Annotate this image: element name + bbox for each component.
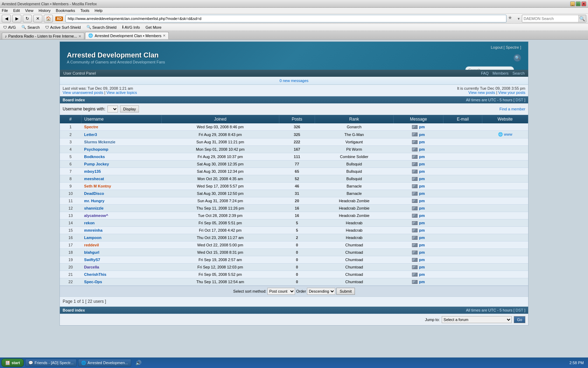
member-username-link[interactable]: rekon xyxy=(84,221,94,225)
find-member-link[interactable]: Find a member xyxy=(499,107,525,111)
pm-link[interactable]: pm xyxy=(419,162,425,166)
bookmark-avg-info[interactable]: ℹ AVG Info xyxy=(121,25,141,30)
pm-link[interactable]: pm xyxy=(419,184,425,188)
pm-link[interactable]: pm xyxy=(419,221,425,225)
header-search-button[interactable]: 🔍 xyxy=(513,54,521,62)
username-filter-select[interactable]: ABC xyxy=(107,105,118,113)
pm-link[interactable]: pm xyxy=(419,280,425,284)
member-username-link[interactable]: Seth M Kontny xyxy=(84,184,111,188)
go-button[interactable]: Go xyxy=(514,316,525,323)
members-link[interactable]: Members xyxy=(492,71,509,75)
menu-file[interactable]: File xyxy=(2,8,8,13)
bookmark-get-more[interactable]: Get More xyxy=(144,25,163,30)
dst-link[interactable]: DST xyxy=(516,98,523,102)
pm-link[interactable]: pm xyxy=(419,236,425,240)
start-button[interactable]: 🪟 start xyxy=(1,359,24,367)
sort-method-select[interactable]: Post count Username Joined date xyxy=(267,288,295,295)
member-username-link[interactable]: Bodknocks xyxy=(84,155,105,159)
faq-link[interactable]: FAQ xyxy=(481,71,489,75)
member-username-link[interactable]: meeshecat xyxy=(84,177,104,181)
pm-link[interactable]: pm xyxy=(419,147,425,151)
member-username-link[interactable]: Darcella xyxy=(84,265,99,269)
pm-link[interactable]: pm xyxy=(419,250,425,254)
bookmark-active-surf[interactable]: 🛡 Active Surf-Shield xyxy=(44,25,82,30)
forward-button[interactable]: ▶ xyxy=(12,15,21,22)
member-username-link[interactable]: blahgurl xyxy=(84,250,99,254)
pm-link[interactable]: pm xyxy=(419,206,425,210)
member-username-link[interactable]: shannizzle xyxy=(84,206,104,210)
member-username-link[interactable]: Pump Jockey xyxy=(84,162,109,166)
pm-link[interactable]: pm xyxy=(419,132,425,137)
member-username-link[interactable]: mboy135 xyxy=(84,169,101,173)
member-username-link[interactable]: SwiftyS7 xyxy=(84,258,100,262)
back-button[interactable]: ◀ xyxy=(2,15,11,22)
submit-button[interactable]: Submit xyxy=(336,288,355,295)
pm-link[interactable]: pm xyxy=(419,191,425,196)
tab-pandora[interactable]: ♪ Pandora Radio - Listen to Free Interne… xyxy=(2,33,84,39)
active-topics-link[interactable]: View active topics xyxy=(106,90,137,95)
home-button[interactable]: 🏠 xyxy=(44,15,53,22)
user-control-panel-link[interactable]: User Control Panel xyxy=(63,71,96,75)
member-username-link[interactable]: Spec-Ops xyxy=(84,280,102,284)
tab-arrested-dev[interactable]: 🌐 Arrested Development Clan • Members ✕ xyxy=(85,32,169,39)
pm-link[interactable]: pm xyxy=(419,199,425,203)
daemon-search-button[interactable]: 🔍 xyxy=(578,15,586,22)
close-button[interactable]: ✕ xyxy=(581,1,586,6)
search-link[interactable]: Search xyxy=(512,71,525,75)
pm-link[interactable]: pm xyxy=(419,140,425,144)
stop-button[interactable]: ✕ xyxy=(33,15,42,22)
member-username-link[interactable]: Spectre xyxy=(84,125,98,129)
footer-dst-link[interactable]: DST xyxy=(516,308,523,312)
taskbar-network-icon[interactable]: 🔊 xyxy=(135,360,141,366)
www-icon[interactable]: 🌐 www xyxy=(498,132,512,136)
bookmark-star[interactable]: ★ xyxy=(508,15,516,22)
menu-edit[interactable]: Edit xyxy=(13,8,20,13)
menu-help[interactable]: Help xyxy=(94,8,103,13)
member-username-link[interactable]: Psychopomp xyxy=(84,147,108,151)
unanswered-posts-link[interactable]: View unanswered posts xyxy=(63,90,103,95)
tab-ad-close[interactable]: ✕ xyxy=(163,34,166,38)
pm-link[interactable]: pm xyxy=(419,265,425,269)
member-username-link[interactable]: Letter3 xyxy=(84,132,97,137)
maximize-button[interactable]: □ xyxy=(576,1,581,6)
member-username-link[interactable]: Slurms Mckenzie xyxy=(84,140,115,144)
address-bar[interactable] xyxy=(65,15,506,22)
member-username-link[interactable]: mr. Hungry xyxy=(84,199,104,203)
menu-history[interactable]: History xyxy=(38,8,50,13)
pm-link[interactable]: pm xyxy=(419,258,425,262)
bookmark-search-shield[interactable]: 🔍 Search-Shield xyxy=(85,25,118,30)
menu-view[interactable]: View xyxy=(25,8,34,13)
new-posts-link[interactable]: View new posts xyxy=(468,90,495,95)
pm-link[interactable]: pm xyxy=(419,169,425,173)
pm-link[interactable]: pm xyxy=(419,243,425,247)
member-username-link[interactable]: reddevil xyxy=(84,243,99,247)
member-username-link[interactable]: Lampoon xyxy=(84,236,102,240)
tab-pandora-close[interactable]: ✕ xyxy=(78,34,81,38)
pm-link[interactable]: pm xyxy=(419,272,425,277)
header-search-input[interactable] xyxy=(465,66,514,70)
bookmark-search[interactable]: 🔍 Search xyxy=(20,25,41,30)
member-username-link[interactable]: CherishThis xyxy=(84,272,106,277)
member-username-link[interactable]: mmreinha xyxy=(84,228,103,232)
pm-link[interactable]: pm xyxy=(419,228,425,232)
member-username-link[interactable]: DeadDisco xyxy=(84,191,104,196)
pm-link[interactable]: pm xyxy=(419,125,425,129)
new-messages-link[interactable]: 0 new messages xyxy=(280,79,309,83)
logout-link[interactable]: Logout [ Spectre ] xyxy=(491,45,521,49)
pm-link[interactable]: pm xyxy=(419,213,425,218)
display-button[interactable]: Display xyxy=(120,105,139,113)
pm-link[interactable]: pm xyxy=(419,155,425,159)
order-select[interactable]: Descending Ascending xyxy=(307,288,335,295)
bookmark-avg[interactable]: 🛡 AVG xyxy=(2,25,17,30)
taskbar-item-friends[interactable]: 💬 Friends - [AD] Spectr... xyxy=(25,359,77,367)
your-posts-link[interactable]: View your posts xyxy=(498,90,525,95)
pm-link[interactable]: pm xyxy=(419,177,425,181)
menu-tools[interactable]: Tools xyxy=(80,8,90,13)
menu-bookmarks[interactable]: Bookmarks xyxy=(56,8,75,13)
taskbar-item-firefox[interactable]: 🌐 Arrested Developmen... xyxy=(78,359,131,367)
member-username-link[interactable]: alycatmeow^ xyxy=(84,213,108,218)
reload-button[interactable]: ↻ xyxy=(23,15,32,22)
jump-to-select[interactable]: Select a forum xyxy=(442,316,512,323)
daemon-search-input[interactable] xyxy=(522,16,578,21)
minimize-button[interactable]: _ xyxy=(570,1,575,6)
